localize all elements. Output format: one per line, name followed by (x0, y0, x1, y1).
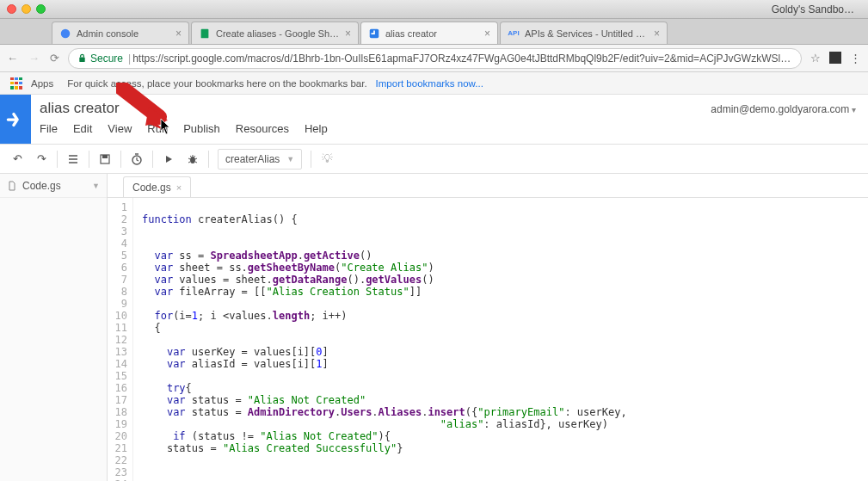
chevron-down-icon: ▼ (286, 155, 294, 163)
extension-icon[interactable] (829, 52, 841, 64)
tab-label: alias creator (385, 28, 479, 39)
browser-tab[interactable]: Create aliases - Google Sheets × (191, 22, 359, 44)
close-tab-icon[interactable]: × (654, 28, 660, 40)
svg-point-7 (190, 157, 195, 163)
admin-icon (59, 28, 71, 40)
sidebar-file-item[interactable]: Code.gs ▼ (0, 174, 107, 198)
selected-function-label: createrAlias (225, 153, 280, 165)
file-icon (7, 181, 17, 191)
redo-button[interactable]: ↷ (29, 147, 53, 171)
menu-help[interactable]: Help (305, 122, 328, 135)
run-button[interactable] (157, 147, 181, 171)
file-sidebar: Code.gs ▼ (0, 174, 108, 481)
browser-tab[interactable]: Admin console × (52, 22, 189, 44)
menu-file[interactable]: File (40, 122, 58, 135)
menu-resources[interactable]: Resources (236, 122, 289, 135)
user-email[interactable]: admin@demo.goldyarora.com (711, 95, 868, 144)
file-tab-label: Code.gs (132, 182, 171, 194)
file-tab[interactable]: Code.gs × (123, 176, 191, 197)
toolbar: ↶ ↷ createrAlias ▼ 💡︎ (0, 145, 868, 174)
star-icon[interactable]: ☆ (810, 52, 821, 65)
editor-panel: Code.gs × 123456789101112131415161718192… (108, 174, 868, 481)
close-tab-icon[interactable]: × (484, 28, 490, 40)
lightbulb-button[interactable]: 💡︎ (315, 147, 339, 171)
sidebar-file-label: Code.gs (22, 180, 61, 192)
code-content[interactable]: function createrAlias() { var ss = Sprea… (133, 198, 868, 481)
close-window-button[interactable] (7, 4, 16, 14)
line-gutter: 1234567891011121314151617181920212223242… (108, 198, 133, 481)
browser-tab-strip: Admin console × Create aliases - Google … (0, 19, 868, 45)
save-button[interactable] (93, 147, 117, 171)
window-title: Goldy's Sandbo… (772, 3, 861, 15)
back-button[interactable]: ← (7, 52, 18, 65)
svg-rect-5 (102, 155, 108, 158)
function-selector[interactable]: createrAlias ▼ (218, 149, 302, 170)
editor-body: Code.gs ▼ Code.gs × 12345678910111213141… (0, 174, 868, 481)
browser-tab[interactable]: API APIs & Services - Untitled proj × (500, 22, 668, 44)
chevron-down-icon[interactable]: ▼ (92, 182, 100, 190)
url-text: https://script.google.com/macros/d/1Bhrb… (132, 52, 792, 65)
forward-button[interactable]: → (28, 52, 40, 65)
menu-run[interactable]: Run (147, 122, 168, 135)
script-icon (368, 28, 380, 40)
secure-label: Secure (90, 52, 123, 65)
indent-button[interactable] (61, 147, 85, 171)
menu-icon[interactable]: ⋮ (850, 52, 861, 65)
nav-buttons: ← → ⟳ (7, 52, 59, 65)
traffic-lights (7, 4, 46, 14)
apps-label[interactable]: Apps (31, 78, 53, 89)
svg-rect-3 (79, 58, 84, 63)
menu-view[interactable]: View (108, 122, 132, 135)
svg-rect-1 (201, 28, 209, 38)
svg-point-0 (61, 28, 71, 38)
bookmarks-bar: Apps For quick access, place your bookma… (0, 72, 868, 95)
app-header: alias creator File Edit View Run Publish… (0, 95, 868, 145)
browser-tab-active[interactable]: alias creator × (360, 22, 498, 44)
address-field[interactable]: Secure | https://script.google.com/macro… (68, 48, 802, 69)
file-tab-strip: Code.gs × (108, 174, 868, 198)
tab-label: APIs & Services - Untitled proj (525, 28, 649, 39)
sheets-icon (199, 28, 211, 40)
menu-publish[interactable]: Publish (183, 122, 220, 135)
zoom-window-button[interactable] (36, 4, 46, 14)
close-tab-icon[interactable]: × (345, 28, 351, 40)
apps-icon[interactable] (10, 77, 22, 89)
import-bookmarks-link[interactable]: Import bookmarks now... (376, 78, 483, 89)
project-name[interactable]: alias creator (40, 100, 702, 117)
minimize-window-button[interactable] (22, 4, 31, 14)
secure-indicator: Secure (77, 52, 123, 65)
address-bar-row: ← → ⟳ Secure | https://script.google.com… (0, 45, 868, 72)
undo-button[interactable]: ↶ (5, 147, 29, 171)
menu-edit[interactable]: Edit (73, 122, 92, 135)
code-editor[interactable]: 1234567891011121314151617181920212223242… (108, 198, 868, 481)
api-icon: API (508, 28, 520, 40)
reload-button[interactable]: ⟳ (50, 52, 59, 65)
apps-script-logo[interactable] (0, 95, 31, 144)
close-file-tab-icon[interactable]: × (176, 182, 182, 193)
window-titlebar: Goldy's Sandbo… (0, 0, 868, 19)
tab-label: Create aliases - Google Sheets (216, 28, 340, 39)
lock-icon (77, 53, 87, 63)
bookmarks-hint: For quick access, place your bookmarks h… (67, 78, 366, 89)
debug-button[interactable] (181, 147, 205, 171)
close-tab-icon[interactable]: × (175, 28, 182, 40)
triggers-button[interactable] (125, 147, 149, 171)
menu-bar: File Edit View Run Publish Resources Hel… (40, 122, 702, 135)
address-bar-actions: ☆ ⋮ (810, 52, 861, 65)
tab-label: Admin console (77, 28, 170, 39)
